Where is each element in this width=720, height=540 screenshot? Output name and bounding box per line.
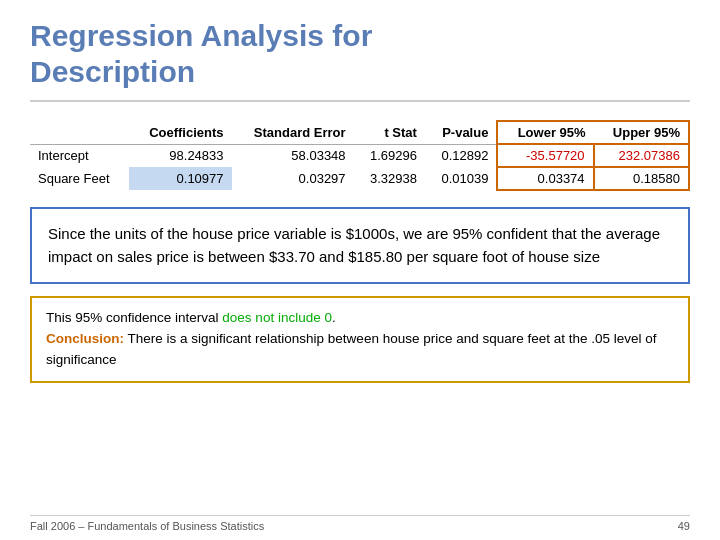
page-title: Regression Analysis for Description xyxy=(30,18,690,90)
table-row-intercept: Intercept 98.24833 58.03348 1.69296 0.12… xyxy=(30,144,689,167)
ci-prefix: This 95% confidence interval xyxy=(46,310,222,325)
col-header-label xyxy=(30,121,129,144)
intercept-lower95: -35.57720 xyxy=(497,144,593,167)
intercept-stderr: 58.03348 xyxy=(232,144,354,167)
conclusion-label: Conclusion: xyxy=(46,331,124,346)
footer-left: Fall 2006 – Fundamentals of Business Sta… xyxy=(30,520,264,532)
col-header-coefficients: Coefficients xyxy=(129,121,231,144)
squarefeet-upper95: 0.18580 xyxy=(594,167,689,190)
confidence-interval-note: This 95% confidence interval does not in… xyxy=(46,308,674,329)
footer-right: 49 xyxy=(678,520,690,532)
ci-suffix: . xyxy=(332,310,336,325)
intercept-pvalue: 0.12892 xyxy=(425,144,497,167)
conclusion-text: There is a significant relationship betw… xyxy=(46,331,657,367)
intercept-upper95: 232.07386 xyxy=(594,144,689,167)
intercept-label: Intercept xyxy=(30,144,129,167)
page: Regression Analysis for Description Coef… xyxy=(0,0,720,540)
squarefeet-coeff: 0.10977 xyxy=(129,167,231,190)
confidence-interval-text: Since the units of the house price varia… xyxy=(48,225,660,265)
squarefeet-stderr: 0.03297 xyxy=(232,167,354,190)
table-header-row: Coefficients Standard Error t Stat P-val… xyxy=(30,121,689,144)
intercept-coeff: 98.24833 xyxy=(129,144,231,167)
col-header-upper-95: Upper 95% xyxy=(594,121,689,144)
title-section: Regression Analysis for Description xyxy=(30,18,690,102)
col-header-p-value: P-value xyxy=(425,121,497,144)
squarefeet-lower95: 0.03374 xyxy=(497,167,593,190)
col-header-standard-error: Standard Error xyxy=(232,121,354,144)
footer: Fall 2006 – Fundamentals of Business Sta… xyxy=(30,515,690,532)
intercept-tstat: 1.69296 xyxy=(354,144,425,167)
squarefeet-label: Square Feet xyxy=(30,167,129,190)
does-not-include: does not include 0 xyxy=(222,310,332,325)
regression-table-wrapper: Coefficients Standard Error t Stat P-val… xyxy=(30,120,690,191)
conclusion-statement: Conclusion: There is a significant relat… xyxy=(46,329,674,371)
conclusion-box: This 95% confidence interval does not in… xyxy=(30,296,690,383)
squarefeet-tstat: 3.32938 xyxy=(354,167,425,190)
col-header-lower-95: Lower 95% xyxy=(497,121,593,144)
confidence-interval-box: Since the units of the house price varia… xyxy=(30,207,690,284)
regression-table: Coefficients Standard Error t Stat P-val… xyxy=(30,120,690,191)
squarefeet-pvalue: 0.01039 xyxy=(425,167,497,190)
col-header-t-stat: t Stat xyxy=(354,121,425,144)
table-row-squarefeet: Square Feet 0.10977 0.03297 3.32938 0.01… xyxy=(30,167,689,190)
